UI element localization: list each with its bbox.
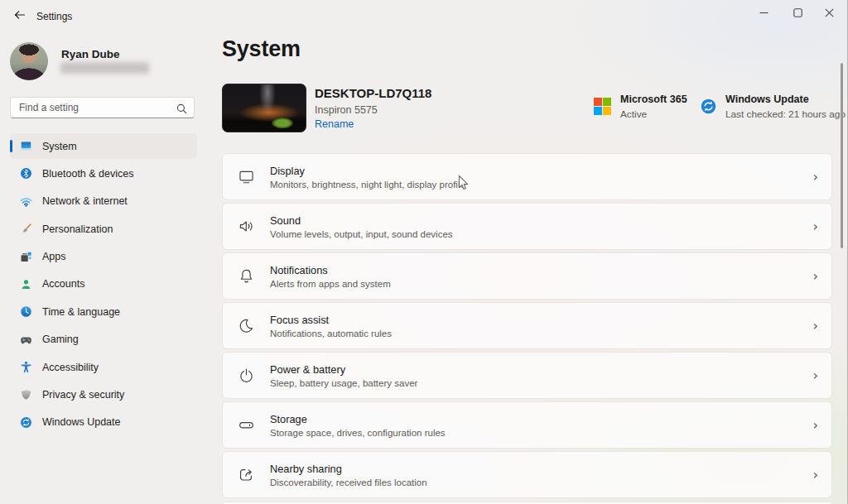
sound-icon xyxy=(223,218,270,235)
sidebar-item-label: System xyxy=(42,141,77,152)
privacy-shield-icon xyxy=(19,388,33,402)
sidebar-item-label: Bluetooth & devices xyxy=(42,168,134,180)
sidebar-item-label: Apps xyxy=(42,251,66,262)
row-subtitle: Monitors, brightness, night light, displ… xyxy=(270,180,465,190)
microsoft365-status: Active xyxy=(620,108,647,120)
sidebar-item-label: Accounts xyxy=(42,278,84,290)
search-input[interactable] xyxy=(11,98,194,118)
row-subtitle: Sleep, battery usage, battery saver xyxy=(270,378,417,388)
nearby-sharing-icon xyxy=(223,466,270,483)
settings-row-notifications[interactable]: Notifications Alerts from apps and syste… xyxy=(222,252,832,300)
windows-update-title: Windows Update xyxy=(725,94,809,105)
chevron-right-icon: › xyxy=(813,369,818,382)
display-icon xyxy=(223,168,270,185)
back-arrow-icon xyxy=(13,8,26,25)
minimize-button[interactable] xyxy=(744,0,783,25)
system-icon xyxy=(19,139,33,153)
gaming-icon xyxy=(19,333,33,347)
settings-row-display[interactable]: Display Monitors, brightness, night ligh… xyxy=(222,153,832,200)
settings-window: Settings Ryan Dube System Bluetooth & de… xyxy=(0,0,848,504)
row-subtitle: Notifications, automatic rules xyxy=(270,329,392,338)
rename-link[interactable]: Rename xyxy=(315,118,354,130)
chevron-right-icon: › xyxy=(813,419,818,432)
windows-update-icon xyxy=(19,415,33,430)
search-icon xyxy=(176,103,187,118)
user-avatar[interactable] xyxy=(10,42,48,80)
accessibility-icon xyxy=(19,360,33,374)
page-title: System xyxy=(222,36,301,62)
sidebar-item-label: Privacy & security xyxy=(42,389,124,401)
power-icon xyxy=(223,367,270,384)
sidebar-item-windows-update[interactable]: Windows Update xyxy=(10,410,197,435)
network-icon xyxy=(19,194,33,209)
sidebar-item-apps[interactable]: Apps xyxy=(10,244,197,270)
close-icon xyxy=(825,8,834,17)
microsoft365-title: Microsoft 365 xyxy=(620,94,687,105)
sidebar-item-label: Personalization xyxy=(42,223,113,235)
row-title: Storage xyxy=(270,413,446,425)
row-title: Nearby sharing xyxy=(270,463,427,475)
sidebar-item-label: Network & internet xyxy=(42,195,128,207)
sidebar-item-accessibility[interactable]: Accessibility xyxy=(10,354,197,380)
settings-row-storage[interactable]: Storage Storage space, drives, configura… xyxy=(222,401,832,449)
scrollbar-thumb[interactable] xyxy=(841,63,843,248)
sidebar-item-label: Accessibility xyxy=(42,362,99,373)
microsoft-logo xyxy=(594,98,611,118)
chevron-right-icon: › xyxy=(813,319,818,333)
maximize-icon xyxy=(793,8,802,17)
windows-update-status: Last checked: 21 hours ago xyxy=(725,108,846,120)
windows-update-icon xyxy=(699,97,718,119)
sidebar-item-bluetooth-devices[interactable]: Bluetooth & devices xyxy=(10,161,197,186)
device-wallpaper-thumbnail xyxy=(222,84,306,132)
row-title: Sound xyxy=(270,214,453,227)
sidebar-item-label: Gaming xyxy=(42,334,79,345)
notifications-bell-icon xyxy=(223,267,270,285)
close-button[interactable] xyxy=(810,0,848,25)
settings-row-nearby-sharing[interactable]: Nearby sharing Discoverability, received… xyxy=(222,451,832,498)
chevron-right-icon: › xyxy=(813,220,818,233)
storage-drive-icon xyxy=(223,416,270,434)
search-box xyxy=(10,97,195,118)
chevron-right-icon: › xyxy=(813,468,818,482)
sidebar-item-label: Time & language xyxy=(42,306,120,318)
mouse-cursor xyxy=(455,174,471,195)
user-email-redacted xyxy=(60,62,149,74)
settings-row-focus-assist[interactable]: Focus assist Notifications, automatic ru… xyxy=(222,302,832,349)
settings-rows: Display Monitors, brightness, night ligh… xyxy=(222,153,832,501)
device-model: Inspiron 5575 xyxy=(315,104,378,116)
sidebar-item-privacy-security[interactable]: Privacy & security xyxy=(10,382,197,408)
row-title: Focus assist xyxy=(270,314,392,326)
row-title: Display xyxy=(270,165,465,177)
chevron-right-icon: › xyxy=(813,270,818,283)
sidebar-item-label: Windows Update xyxy=(42,416,121,428)
sidebar-item-accounts[interactable]: Accounts xyxy=(10,271,197,297)
settings-row-power-battery[interactable]: Power & battery Sleep, battery usage, ba… xyxy=(222,352,832,399)
sidebar-item-personalization[interactable]: Personalization xyxy=(10,216,197,242)
row-subtitle: Storage space, drives, configuration rul… xyxy=(270,428,446,438)
sidebar-item-system[interactable]: System xyxy=(10,133,197,159)
personalization-icon xyxy=(19,222,33,236)
row-subtitle: Discoverability, received files location xyxy=(270,478,427,487)
bluetooth-icon xyxy=(19,166,33,180)
settings-row-sound[interactable]: Sound Volume levels, output, input, soun… xyxy=(222,203,832,250)
sidebar-item-gaming[interactable]: Gaming xyxy=(10,327,197,353)
user-name: Ryan Dube xyxy=(61,48,120,60)
accounts-icon xyxy=(19,277,33,291)
sidebar-item-network-internet[interactable]: Network & internet xyxy=(10,189,197,214)
row-subtitle: Volume levels, output, input, sound devi… xyxy=(270,229,453,239)
minimize-icon xyxy=(759,8,768,17)
focus-moon-icon xyxy=(223,317,270,334)
time-language-icon xyxy=(19,305,33,319)
device-name: DESKTOP-LD7Q118 xyxy=(315,86,431,100)
sidebar-nav: System Bluetooth & devices Network & int… xyxy=(10,133,197,437)
app-title: Settings xyxy=(36,11,72,22)
row-title: Notifications xyxy=(270,264,391,276)
chevron-right-icon: › xyxy=(813,170,818,184)
back-button[interactable] xyxy=(8,7,31,26)
row-title: Power & battery xyxy=(270,363,417,376)
row-subtitle: Alerts from apps and system xyxy=(270,279,391,289)
sidebar-item-time-language[interactable]: Time & language xyxy=(10,299,197,324)
apps-icon xyxy=(19,250,33,264)
